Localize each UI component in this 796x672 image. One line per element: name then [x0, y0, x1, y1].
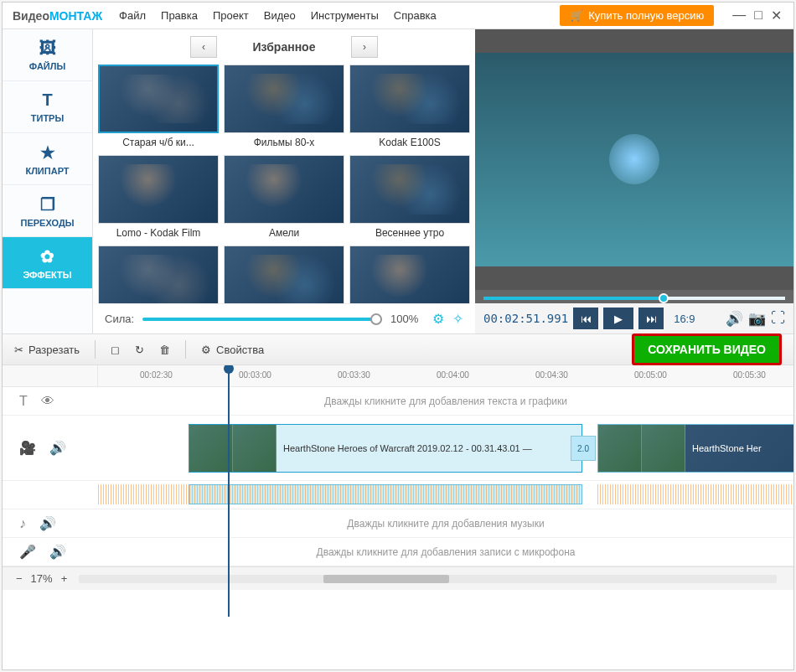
- ruler-tick: 00:02:30: [140, 370, 173, 380]
- ruler-tick: 00:04:00: [437, 370, 469, 380]
- tab-transitions[interactable]: ❐ ПЕРЕХОДЫ: [3, 185, 92, 237]
- text-track[interactable]: Дважды кликните для добавления текста и …: [98, 387, 793, 415]
- ruler-tick: 00:05:00: [634, 370, 667, 380]
- video-track-icon: 🎥: [19, 440, 36, 456]
- volume-icon[interactable]: 🔊: [49, 544, 66, 560]
- zoom-out-button[interactable]: −: [16, 572, 23, 585]
- volume-icon[interactable]: 🔊: [49, 440, 66, 456]
- play-button[interactable]: ▶: [603, 308, 633, 329]
- crop-icon: ◻: [111, 344, 120, 356]
- effect-item[interactable]: Lomo - Kodak Film: [98, 155, 219, 244]
- play-icon: ▶: [614, 313, 623, 325]
- trash-icon: 🗑: [159, 344, 170, 356]
- music-track[interactable]: Дважды кликните для добавления музыки: [98, 509, 793, 537]
- video-preview: [475, 29, 793, 290]
- layers-icon: ❐: [40, 194, 55, 215]
- mic-track[interactable]: Дважды кликните для добавления записи с …: [98, 538, 793, 566]
- video-track[interactable]: HearthStone Heroes of Warcraft 2019.02.1…: [98, 416, 793, 480]
- skip-back-icon: ⏮: [581, 313, 592, 325]
- chevron-right-icon: ›: [363, 41, 366, 53]
- image-icon: 🖼: [39, 39, 56, 58]
- effect-item[interactable]: Зеленые тона: [224, 246, 344, 303]
- snapshot-icon[interactable]: 📷: [748, 310, 766, 328]
- maximize-button[interactable]: □: [754, 8, 762, 23]
- strength-value: 100%: [390, 313, 424, 325]
- ruler-tick: 00:05:30: [733, 370, 766, 380]
- text-track-icon: T: [19, 394, 28, 409]
- minimize-button[interactable]: —: [732, 8, 746, 23]
- star-icon: ★: [40, 142, 55, 163]
- strength-label: Сила:: [105, 313, 134, 325]
- zoom-in-button[interactable]: +: [61, 572, 68, 585]
- properties-button[interactable]: ⚙ Свойства: [201, 344, 264, 356]
- skip-forward-icon: ⏭: [646, 313, 657, 325]
- ruler-tick: 00:04:30: [535, 370, 568, 380]
- tab-titles[interactable]: T ТИТРЫ: [3, 81, 92, 133]
- tab-effects[interactable]: ✿ ЭФФЕКТЫ: [3, 237, 92, 289]
- strength-slider[interactable]: [142, 318, 382, 321]
- menu-tools[interactable]: Инструменты: [311, 9, 379, 22]
- save-video-button[interactable]: СОХРАНИТЬ ВИДЕО: [632, 333, 782, 365]
- effect-item[interactable]: Старая ч/б ки...: [98, 65, 219, 153]
- gear-icon: ⚙: [201, 344, 211, 356]
- cut-button[interactable]: ✂ Разрезать: [14, 344, 80, 356]
- menu-file[interactable]: Файл: [119, 9, 146, 22]
- ruler-tick: 00:03:00: [239, 370, 271, 380]
- video-clip[interactable]: HearthStone Heroes of Warcraft 2019.02.1…: [189, 424, 582, 473]
- crop-button[interactable]: ◻: [111, 344, 120, 356]
- puzzle-icon: ✿: [40, 246, 54, 266]
- effect-category-title: Избранное: [217, 37, 351, 57]
- app-logo: ВидеоМОНТАЖ: [3, 9, 112, 23]
- menu-project[interactable]: Проект: [213, 9, 249, 22]
- text-icon: T: [42, 90, 52, 110]
- rotate-button[interactable]: ↻: [135, 344, 144, 356]
- cart-icon: 🛒: [570, 9, 583, 22]
- video-clip[interactable]: HearthStone Her: [597, 424, 793, 473]
- effect-item[interactable]: Фильмы 80-х: [224, 65, 344, 153]
- timeline-scrollbar[interactable]: [79, 575, 777, 583]
- playhead[interactable]: [228, 365, 230, 617]
- menu-help[interactable]: Справка: [394, 9, 437, 22]
- volume-icon[interactable]: 🔊: [726, 310, 743, 328]
- tab-clipart[interactable]: ★ КЛИПАРТ: [3, 133, 92, 185]
- preview-timecode: 00:02:51.991: [483, 312, 568, 325]
- buy-full-version-button[interactable]: 🛒 Купить полную версию: [560, 5, 714, 26]
- zoom-value: 17%: [31, 572, 53, 585]
- category-prev-button[interactable]: ‹: [190, 36, 217, 58]
- visibility-icon[interactable]: 👁: [41, 394, 54, 409]
- effect-item[interactable]: Kodak E100S: [349, 65, 470, 153]
- rotate-icon: ↻: [135, 344, 144, 356]
- delete-button[interactable]: 🗑: [159, 344, 170, 356]
- aspect-ratio[interactable]: 16:9: [674, 313, 695, 325]
- mic-track-icon: 🎤: [19, 544, 36, 560]
- settings-icon[interactable]: ⚙: [432, 311, 444, 327]
- menu-video[interactable]: Видео: [264, 9, 296, 22]
- scissors-icon: ✂: [14, 344, 23, 356]
- fullscreen-icon[interactable]: ⛶: [771, 310, 785, 327]
- tab-files[interactable]: 🖼 ФАЙЛЫ: [3, 29, 92, 81]
- volume-icon[interactable]: 🔊: [39, 515, 56, 531]
- next-frame-button[interactable]: ⏭: [638, 308, 664, 329]
- audio-waveform-track[interactable]: [98, 481, 793, 509]
- effect-item[interactable]: Весеннее утро: [349, 155, 470, 244]
- transition-marker[interactable]: 2.0: [571, 436, 596, 461]
- effect-item[interactable]: Закат: [98, 246, 219, 303]
- wand-icon[interactable]: ✧: [452, 311, 463, 327]
- prev-frame-button[interactable]: ⏮: [573, 308, 598, 329]
- chevron-left-icon: ‹: [202, 41, 205, 53]
- effect-item[interactable]: Амели: [224, 155, 344, 244]
- category-next-button[interactable]: ›: [351, 36, 378, 58]
- preview-seek-bar[interactable]: [483, 297, 785, 300]
- music-track-icon: ♪: [19, 516, 26, 531]
- close-button[interactable]: ✕: [771, 8, 782, 23]
- menu-edit[interactable]: Правка: [161, 9, 198, 22]
- effect-item[interactable]: Золотая осень: [349, 246, 470, 303]
- ruler-tick: 00:03:30: [338, 370, 370, 380]
